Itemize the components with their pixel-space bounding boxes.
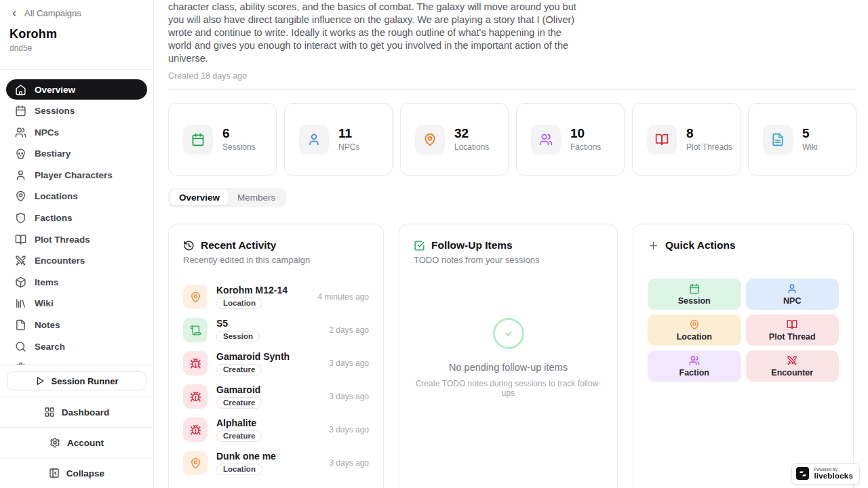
all-campaigns-back-link[interactable]: All Campaigns xyxy=(9,8,144,18)
sidebar-item-notes[interactable]: Notes xyxy=(6,315,147,336)
map-pin-icon xyxy=(190,458,201,469)
play-icon xyxy=(35,376,45,386)
bug-icon xyxy=(190,424,201,436)
sidebar-item-wiki[interactable]: Wiki xyxy=(6,293,147,314)
sidebar-item-label: Player Characters xyxy=(35,170,113,180)
quick-action-plot-thread[interactable]: Plot Thread xyxy=(746,314,840,346)
plus-icon xyxy=(648,240,659,251)
session-runner-button[interactable]: Session Runner xyxy=(7,371,146,390)
collapse-button[interactable]: Collapse xyxy=(0,458,153,488)
quick-actions-panel: Quick Actions SessionNPCLocationPlot Thr… xyxy=(633,224,854,488)
quick-action-label: Plot Thread xyxy=(769,332,816,342)
sidebar-item-label: Search xyxy=(35,342,65,352)
map-pin-icon xyxy=(689,319,700,330)
tab-members[interactable]: Members xyxy=(229,190,284,205)
package-icon xyxy=(15,277,26,288)
stat-value: 5 xyxy=(802,127,818,141)
sidebar-item-factions[interactable]: Factions xyxy=(6,208,147,228)
sidebar-item-bestiary[interactable]: Bestiary xyxy=(6,144,147,164)
follow-up-empty-hint: Create TODO notes during sessions to tra… xyxy=(414,379,603,398)
follow-up-title: Follow-Up Items xyxy=(431,239,513,251)
dashboard-button[interactable]: Dashboard xyxy=(0,396,153,427)
sidebar-item-npcs[interactable]: NPCs xyxy=(6,122,147,142)
sidebar-item-items[interactable]: Items xyxy=(6,272,147,292)
session-runner-wrap: Session Runner xyxy=(0,365,153,396)
stat-value: 10 xyxy=(570,127,601,141)
activity-timestamp: 3 days ago xyxy=(329,425,369,434)
stat-card-plot-threads[interactable]: 8Plot Threads xyxy=(632,103,741,176)
quick-action-npc[interactable]: NPC xyxy=(746,279,840,310)
quick-action-encounter[interactable]: Encounter xyxy=(746,350,840,382)
sidebar-item-label: Sessions xyxy=(35,106,75,116)
bug-icon xyxy=(190,391,201,403)
sidebar-item-overview[interactable]: Overview xyxy=(6,79,147,100)
stat-icon-box xyxy=(415,125,445,155)
history-icon xyxy=(183,240,195,251)
activity-type-badge: Creature xyxy=(216,397,262,409)
campaign-system: dnd5e xyxy=(9,43,144,53)
calendar-icon xyxy=(191,133,205,146)
stat-card-wiki[interactable]: 5Wiki xyxy=(748,103,856,176)
sidebar-item-player-characters[interactable]: Player Characters xyxy=(6,165,147,185)
liveblocks-badge[interactable]: Powered by liveblocks xyxy=(791,463,860,485)
campaign-description: character class, ability scores, and the… xyxy=(168,0,578,65)
panel-collapse-icon xyxy=(49,468,60,479)
sidebar-bottom: Session Runner Dashboard Account Collaps… xyxy=(0,365,153,488)
stat-label: Sessions xyxy=(222,142,256,152)
map-pin-icon xyxy=(423,133,437,146)
dashboard-grid-icon xyxy=(44,407,55,418)
sidebar: All Campaigns Korohm dnd5e OverviewSessi… xyxy=(0,0,154,488)
swords-icon xyxy=(787,355,797,366)
follow-up-subtitle: TODO notes from your sessions xyxy=(414,255,603,265)
sidebar-item-label: Plot Threads xyxy=(35,235,90,245)
user-icon xyxy=(15,169,26,181)
map-pin-icon xyxy=(190,291,201,303)
tab-overview[interactable]: Overview xyxy=(170,190,229,205)
sidebar-item-label: Wiki xyxy=(35,298,54,308)
sidebar-header: All Campaigns Korohm dnd5e xyxy=(0,0,153,61)
follow-up-empty-state: No pending follow-up items Create TODO n… xyxy=(414,318,603,398)
sidebar-item-sessions[interactable]: Sessions xyxy=(6,101,147,121)
activity-item-s5[interactable]: S5Session2 days ago xyxy=(183,318,369,342)
quick-action-session[interactable]: Session xyxy=(648,279,741,310)
main-content: character class, ability scores, and the… xyxy=(154,0,868,488)
recent-activity-title: Recent Activity xyxy=(201,239,276,251)
quick-action-location[interactable]: Location xyxy=(648,314,741,346)
activity-icon-box xyxy=(183,318,208,342)
activity-name: S5 xyxy=(216,318,320,329)
stat-icon-box xyxy=(647,125,677,155)
activity-list: Korohm M12-14Location4 minutes agoS5Sess… xyxy=(183,285,369,475)
activity-item-gamaroid-synth[interactable]: Gamaroid SynthCreature3 days ago xyxy=(183,351,369,375)
stat-card-sessions[interactable]: 6Sessions xyxy=(168,103,277,176)
book-open-icon xyxy=(787,319,797,330)
book-open-icon xyxy=(655,133,669,146)
account-button[interactable]: Account xyxy=(0,427,153,458)
sidebar-item-encounters[interactable]: Encounters xyxy=(6,251,147,271)
stat-card-locations[interactable]: 32Locations xyxy=(400,103,509,176)
stat-card-npcs[interactable]: 11NPCs xyxy=(284,103,393,176)
shield-icon xyxy=(15,212,26,224)
activity-item-alphalite[interactable]: AlphaliteCreature3 days ago xyxy=(183,418,369,442)
calendar-icon xyxy=(15,105,26,117)
activity-item-gamaroid[interactable]: GamaroidCreature3 days ago xyxy=(183,384,369,409)
sidebar-item-label: Bestiary xyxy=(35,148,71,159)
users-icon xyxy=(539,133,553,146)
activity-name: Gamaroid Synth xyxy=(216,351,320,362)
sidebar-item-plot-threads[interactable]: Plot Threads xyxy=(6,229,147,249)
stat-card-factions[interactable]: 10Factions xyxy=(516,103,625,176)
collapse-label: Collapse xyxy=(66,468,104,479)
activity-icon-box xyxy=(183,418,208,442)
activity-item-korohm-m12-14[interactable]: Korohm M12-14Location4 minutes ago xyxy=(183,285,369,309)
calendar-icon xyxy=(689,283,700,294)
sidebar-item-locations[interactable]: Locations xyxy=(6,186,147,207)
sidebar-item-label: NPCs xyxy=(35,127,59,138)
liveblocks-logo-icon xyxy=(796,467,809,480)
stat-label: Wiki xyxy=(802,142,818,152)
quick-actions-grid: SessionNPCLocationPlot ThreadFactionEnco… xyxy=(648,279,839,382)
map-pin-icon xyxy=(15,190,26,202)
quick-action-faction[interactable]: Faction xyxy=(648,350,741,382)
activity-icon-box xyxy=(183,285,208,309)
activity-item-dunk-one-me[interactable]: Dunk one meLocation3 days ago xyxy=(183,451,369,475)
sidebar-item-label: Locations xyxy=(35,191,78,201)
sidebar-item-search[interactable]: Search xyxy=(6,336,147,357)
